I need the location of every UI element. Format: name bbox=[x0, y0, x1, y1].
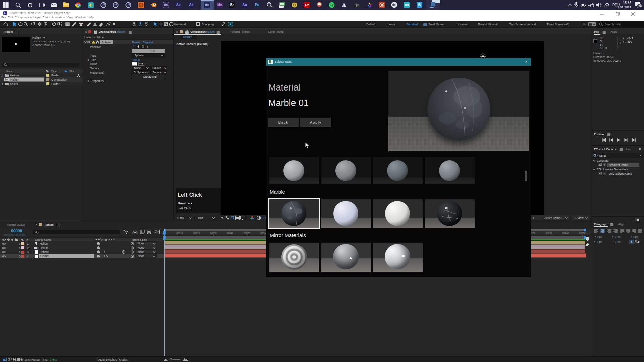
svg-text:T: T bbox=[79, 22, 83, 27]
svg-text:!: ! bbox=[93, 41, 94, 44]
